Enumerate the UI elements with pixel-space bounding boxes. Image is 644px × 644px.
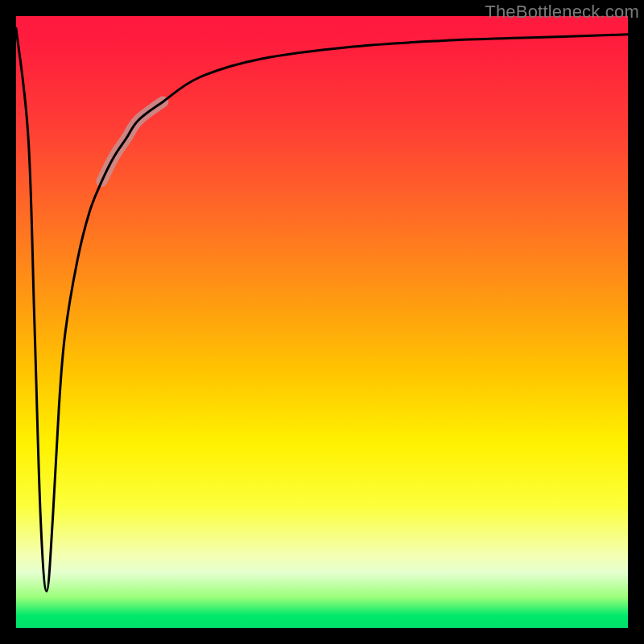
curve-highlight-segment [101,101,163,181]
bottleneck-line-chart [16,16,628,628]
attribution-watermark: TheBottleneck.com [485,2,639,23]
chart-frame: TheBottleneck.com [0,0,644,644]
curve-full [16,28,628,591]
